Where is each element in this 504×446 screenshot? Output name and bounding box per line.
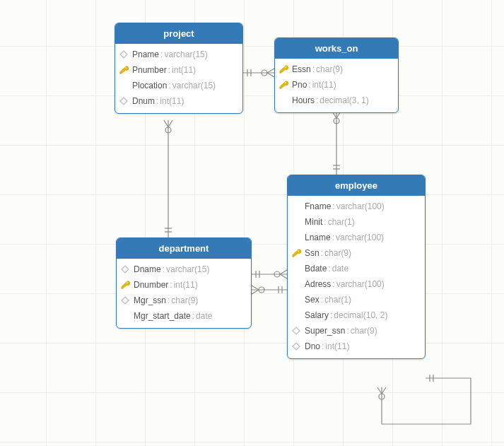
column-type: int(11) <box>325 340 349 353</box>
column-name: Hours <box>292 94 315 107</box>
column-row[interactable]: Mgr_ssn: char(9) <box>117 293 251 308</box>
relationship-lines <box>0 0 504 446</box>
column-row[interactable]: Pno: int(11) <box>275 77 398 93</box>
svg-point-26 <box>127 282 128 283</box>
column-row[interactable]: Adress: varchar(100) <box>288 276 425 292</box>
diamond-icon <box>119 295 131 306</box>
column-row[interactable]: Mgr_start_date: date <box>117 308 251 324</box>
column-row[interactable]: Plocation: varchar(15) <box>115 78 242 93</box>
diamond-icon <box>118 49 129 60</box>
entity-title: employee <box>288 175 425 196</box>
column-type: date <box>332 262 348 275</box>
key-icon <box>278 79 289 90</box>
key-icon <box>291 247 302 259</box>
column-type: char(1) <box>324 293 351 306</box>
column-type: char(9) <box>324 247 351 259</box>
column-type: varchar(100) <box>336 231 384 244</box>
column-type: varchar(15) <box>166 263 209 276</box>
blank-icon <box>291 232 302 243</box>
entity-works_on[interactable]: works_onEssn: char(9)Pno: int(11)Hours: … <box>274 37 399 113</box>
column-row[interactable]: Lname: varchar(100) <box>288 230 425 245</box>
column-name: Dno <box>305 340 320 353</box>
entity-project[interactable]: projectPname: varchar(15)Pnumber: int(11… <box>115 23 243 114</box>
column-name: Sex <box>305 293 320 306</box>
diamond-icon <box>118 95 129 107</box>
column-type: char(1) <box>328 216 355 228</box>
column-row[interactable]: Essn: char(9) <box>275 61 398 77</box>
column-row[interactable]: Fname: varchar(100) <box>288 199 425 214</box>
blank-icon <box>291 278 302 290</box>
column-name: Dname <box>134 263 161 276</box>
column-name: Super_ssn <box>305 324 345 337</box>
entity-title: works_on <box>275 38 398 59</box>
column-name: Mgr_ssn <box>134 294 166 307</box>
blank-icon <box>291 294 302 305</box>
svg-point-25 <box>285 82 286 83</box>
column-type: decimal(10, 2) <box>334 309 387 322</box>
column-name: Lname <box>305 231 331 244</box>
svg-point-5 <box>334 118 339 124</box>
column-type: int(11) <box>172 64 196 76</box>
svg-point-27 <box>298 250 299 252</box>
column-row[interactable]: Pname: varchar(15) <box>115 47 242 62</box>
column-type: int(11) <box>312 78 336 91</box>
column-row[interactable]: Hours: decimal(3, 1) <box>275 93 398 108</box>
diamond-icon <box>119 264 131 275</box>
column-row[interactable]: Minit: char(1) <box>288 214 425 230</box>
column-name: Essn <box>292 63 311 76</box>
entity-department[interactable]: departmentDname: varchar(15)Dnumber: int… <box>116 237 252 329</box>
svg-point-24 <box>285 66 286 68</box>
column-row[interactable]: Salary: decimal(10, 2) <box>288 307 425 323</box>
entity-employee[interactable]: employeeFname: varchar(100)Minit: char(1… <box>287 175 426 359</box>
svg-point-3 <box>262 70 267 76</box>
column-list: Fname: varchar(100)Minit: char(1)Lname: … <box>288 196 425 358</box>
blank-icon <box>119 310 131 322</box>
column-name: Ssn <box>305 247 320 259</box>
column-name: Adress <box>305 278 331 291</box>
key-icon <box>118 64 129 76</box>
column-type: char(9) <box>351 324 377 337</box>
column-type: char(9) <box>316 63 343 76</box>
svg-point-15 <box>274 271 280 277</box>
svg-point-23 <box>125 67 127 69</box>
column-row[interactable]: Ssn: char(9) <box>288 245 425 261</box>
column-list: Essn: char(9)Pno: int(11)Hours: decimal(… <box>275 59 398 112</box>
column-name: Pname <box>132 48 159 61</box>
column-list: Dname: varchar(15)Dnumber: int(11)Mgr_ss… <box>117 259 251 328</box>
entity-title: department <box>117 238 251 259</box>
column-row[interactable]: Dno: int(11) <box>288 339 425 354</box>
svg-point-9 <box>165 127 171 133</box>
diamond-icon <box>291 325 302 336</box>
column-row[interactable]: Pnumber: int(11) <box>115 62 242 78</box>
column-type: varchar(100) <box>336 278 385 291</box>
column-name: Minit <box>305 216 322 228</box>
column-row[interactable]: Dnumber: int(11) <box>117 277 251 293</box>
diamond-icon <box>291 341 302 352</box>
blank-icon <box>291 263 302 274</box>
column-name: Mgr_start_date <box>134 310 191 322</box>
column-type: decimal(3, 1) <box>320 94 368 107</box>
svg-point-17 <box>259 287 264 293</box>
column-row[interactable]: Dname: varchar(15) <box>117 262 251 277</box>
column-row[interactable]: Sex: char(1) <box>288 292 425 307</box>
column-list: Pname: varchar(15)Pnumber: int(11)Plocat… <box>115 44 242 113</box>
column-type: int(11) <box>160 95 184 107</box>
column-name: Dnum <box>132 95 155 107</box>
column-type: varchar(15) <box>164 48 207 61</box>
column-row[interactable]: Bdate: date <box>288 261 425 276</box>
entity-title: project <box>115 23 242 44</box>
blank-icon <box>278 95 289 106</box>
column-name: Pno <box>292 78 307 91</box>
column-name: Plocation <box>132 79 167 92</box>
svg-point-22 <box>379 394 385 399</box>
column-name: Pnumber <box>132 64 167 76</box>
key-icon <box>119 279 131 291</box>
column-name: Salary <box>305 309 329 322</box>
blank-icon <box>118 80 129 91</box>
column-name: Fname <box>305 200 331 213</box>
column-row[interactable]: Dnum: int(11) <box>115 93 242 109</box>
column-type: varchar(15) <box>172 79 216 92</box>
column-name: Dnumber <box>134 278 168 291</box>
column-row[interactable]: Super_ssn: char(9) <box>288 323 425 339</box>
column-type: date <box>196 310 212 322</box>
